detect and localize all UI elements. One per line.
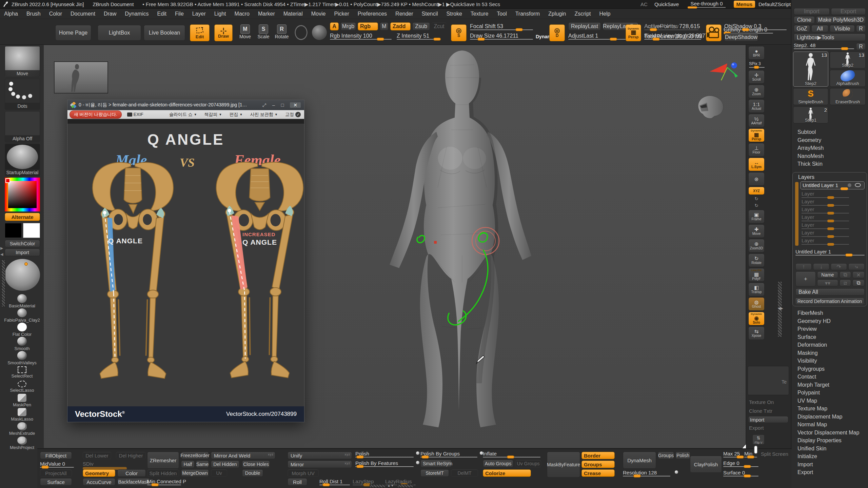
claypolish-max-slider[interactable]: Max 25 (723, 450, 742, 458)
viewer-minimize-button[interactable]: – (272, 102, 275, 108)
section-normal-map[interactable]: Normal Map (791, 421, 868, 429)
photo-library-menu[interactable]: 사진 보관함▼ (250, 111, 278, 118)
clone-button[interactable]: Clone (794, 16, 815, 24)
section-unified-skin[interactable]: Unified Skin (791, 445, 868, 453)
left-shelf-item-fabiopaiva_clay2[interactable]: FabioPaiva_Clay2 (2, 308, 42, 323)
left-shelf-item-smoothvalleys[interactable]: SmoothValleys (2, 351, 42, 365)
record-icon[interactable] (848, 183, 851, 187)
layer-redo-button[interactable]: ↷ (831, 263, 847, 270)
menu-file[interactable]: File (175, 11, 184, 17)
scroll-button[interactable]: ✛Scroll (748, 70, 765, 84)
move-button[interactable]: ✚Move (748, 224, 765, 238)
section-arraymesh[interactable]: ArrayMesh (791, 144, 868, 152)
accucurve-button[interactable]: AccuCurve (83, 478, 115, 486)
left-shelf-item-selectlasso[interactable]: SelectLasso (2, 380, 42, 394)
resolution-toggle[interactable] (674, 470, 678, 474)
sdiv-slider[interactable]: SDiv (83, 461, 127, 470)
viewer-maximize-button[interactable]: □ (281, 102, 284, 108)
section-subtool[interactable]: Subtool (791, 128, 868, 136)
current-stroke-thumbnail[interactable]: Dots (5, 79, 40, 110)
exif-button[interactable]: EXIF (127, 112, 143, 117)
xyz-button[interactable]: XYZ (748, 187, 765, 195)
menus-toggle-button[interactable]: Menus (734, 1, 755, 8)
field-of-view-slider[interactable]: Field of view(deg) 39.59775 (644, 33, 701, 40)
canvas-scrollbar-left[interactable] (370, 484, 386, 488)
actual-button[interactable]: 1:1Actual (748, 99, 765, 113)
visible-button[interactable]: Visible (830, 25, 855, 32)
polyf-button[interactable]: Line Fill▦PolyF (748, 268, 765, 282)
menu-material[interactable]: Material (283, 11, 303, 17)
section-geometry[interactable]: Geometry (791, 136, 868, 144)
colorize-button[interactable]: Colorize (483, 469, 531, 477)
delmt-button[interactable]: DelMT (451, 469, 478, 477)
viewer-close-button[interactable]: ✕ (290, 102, 301, 108)
project-all-button[interactable]: ProjectAll (40, 469, 72, 477)
uv-button[interactable]: Uv (211, 469, 227, 477)
polish-toggle[interactable] (416, 451, 420, 455)
divider-arrow-left-icon[interactable]: ◀ (0, 252, 3, 257)
reference-head-model[interactable] (692, 93, 727, 120)
section-import[interactable]: Import (791, 461, 868, 469)
section-polygroups[interactable]: Polygroups (791, 365, 868, 373)
main-color-swatch[interactable] (5, 223, 22, 238)
merge-down-layers-button[interactable]: ▾▾ (817, 280, 838, 286)
layer-down-button[interactable]: ↓ (813, 263, 829, 270)
frame-button[interactable]: ▣Frame (748, 210, 765, 223)
zcut-button[interactable]: Zcut (432, 22, 447, 30)
material-large-preview[interactable] (3, 258, 41, 292)
left-divider-handle[interactable] (1, 260, 5, 307)
layers-header[interactable]: Layers (793, 172, 867, 181)
layer-row-2[interactable]: Layer (800, 199, 865, 206)
dynamic-draw-icon[interactable]: ◎D (549, 24, 565, 41)
quicksave-button[interactable]: QuickSave (654, 1, 679, 7)
alternate-color-button[interactable]: Alternate (5, 213, 40, 221)
layer-row-5[interactable]: Layer (800, 222, 865, 230)
zoom-button[interactable]: ⊕Zoom (748, 85, 765, 98)
rot-z-icon[interactable]: ↻ (751, 203, 762, 208)
same-button[interactable]: Same (196, 461, 209, 468)
split-screen-button[interactable]: Split Screen (761, 451, 788, 457)
ghost-button[interactable]: ◍Ghost (748, 297, 765, 311)
draw-size-slider[interactable]: Draw Size 46.17211 (470, 33, 533, 40)
deep-shadow-button[interactable]: DeepShadow (724, 33, 758, 41)
section-surface[interactable]: Surface (791, 333, 868, 341)
section-vector-displacement-map[interactable]: Vector Displacement Map (791, 429, 868, 437)
menu-layer[interactable]: Layer (192, 11, 206, 17)
section-contact[interactable]: Contact (791, 373, 868, 381)
active-layer-row[interactable]: Untitled Layer 1 (800, 181, 865, 189)
goz-button[interactable]: GoZ (794, 25, 810, 32)
section-displacement-map[interactable]: Displacement Map (791, 413, 868, 421)
sculpt-figure[interactable] (370, 45, 546, 438)
menu-alpha[interactable]: Alpha (4, 11, 18, 17)
unify-button[interactable]: Unifyxyz (288, 452, 352, 459)
section-deformation[interactable]: Deformation (791, 341, 868, 349)
inflate-slider[interactable]: Inflate (483, 450, 540, 458)
menu-render[interactable]: Render (395, 11, 413, 17)
backfacemask-button[interactable]: BackfaceMask (117, 478, 150, 486)
storemt-button[interactable]: StoreMT (420, 469, 449, 477)
tool-import-button[interactable]: Import (794, 8, 830, 15)
tool-tile-step2-large[interactable]: 13 Step2 (793, 52, 828, 87)
color-tab-button[interactable]: Color (117, 469, 146, 477)
make-polymesh3d-button[interactable]: Make PolyMesh3D (816, 16, 866, 24)
slideshow-menu[interactable]: 슬라이드 쇼▼ (169, 111, 197, 118)
layer-redo-all-button[interactable]: ⤷ (848, 263, 865, 270)
border-button[interactable]: Border (581, 452, 615, 459)
m-button[interactable]: M (380, 22, 389, 30)
menu-light[interactable]: Light (214, 11, 226, 17)
transp-button[interactable]: ◧Transp (748, 283, 765, 296)
split-hidden-button[interactable]: Split Hidden (147, 469, 179, 477)
tool-tile-step1[interactable]: 2 Step1 (793, 106, 828, 123)
menu-stencil[interactable]: Stencil (422, 11, 438, 17)
menu-transform[interactable]: Transform (515, 11, 540, 17)
section-preview[interactable]: Preview (791, 325, 868, 333)
default-zscript-button[interactable]: DefaultZScript (758, 1, 791, 7)
adjust-last-slider[interactable]: AdjustLast 1 (568, 33, 633, 40)
dynamesh-button[interactable]: DynaMesh (623, 452, 656, 469)
min-connected-slider[interactable]: Min Connected P (147, 478, 181, 485)
flip-v-button[interactable]: ⇅ Flip V (752, 434, 765, 445)
canvas-scrollbar-right[interactable] (397, 484, 414, 488)
claypolish-edge-slider[interactable]: Edge 0 (723, 460, 758, 467)
double-button[interactable]: Double (242, 469, 263, 477)
dynamesh-polish-button[interactable]: Polish (675, 452, 690, 459)
